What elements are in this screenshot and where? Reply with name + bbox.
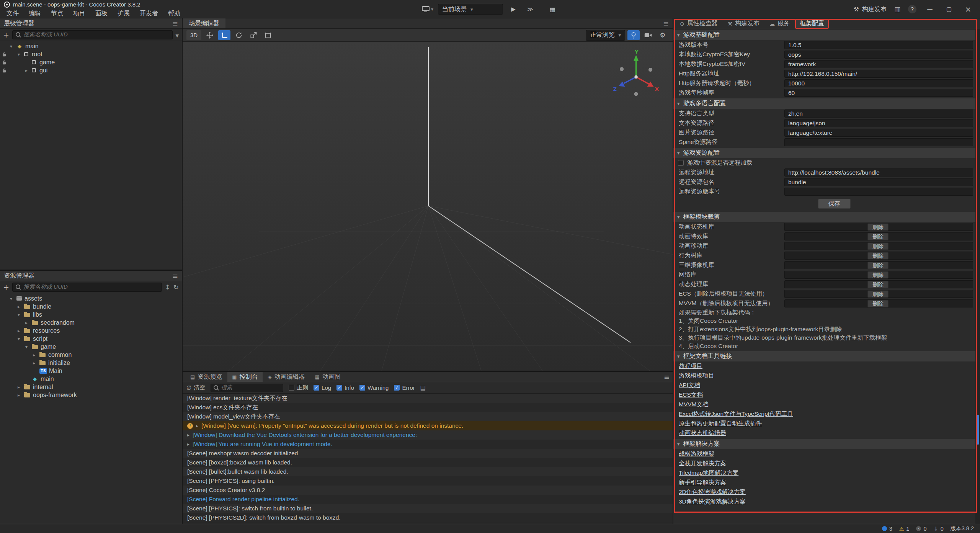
console-search-input[interactable]: 搜索: [211, 384, 283, 392]
tree-item[interactable]: seedrandom: [0, 319, 182, 327]
caret-icon[interactable]: [18, 52, 24, 57]
report-icon[interactable]: [420, 384, 426, 391]
refresh-icon[interactable]: [173, 283, 179, 291]
scrollbar[interactable]: [975, 29, 980, 524]
play-button[interactable]: ▶: [507, 3, 520, 15]
preview-platform-button[interactable]: ▾: [421, 3, 434, 15]
delete-button[interactable]: 删除: [867, 281, 889, 288]
solution-link[interactable]: 新手引导解决方案: [679, 479, 726, 487]
tree-item[interactable]: initialize: [0, 359, 182, 367]
translate-tool-button[interactable]: [218, 30, 230, 40]
text-input[interactable]: [784, 138, 973, 146]
text-input[interactable]: language/texture: [784, 129, 973, 137]
log-row[interactable]: ! ▸ [Scene] meshopt wasm decoder initial…: [183, 449, 673, 458]
close-button[interactable]: [962, 3, 974, 15]
expand-caret-icon[interactable]: ▸: [196, 423, 198, 428]
console-tab[interactable]: 动画编辑器: [263, 372, 310, 382]
log-row[interactable]: ! ▸ [Window] model_view文件夹不存在: [183, 412, 673, 421]
assets-search-input[interactable]: 搜索名称或 UUID: [12, 283, 162, 292]
tree-item[interactable]: oops-framework: [0, 391, 182, 399]
doc-link[interactable]: ECS文档: [679, 391, 703, 399]
light-toggle-button[interactable]: [627, 30, 640, 40]
doc-link[interactable]: Excel格式转Json文件与TypeScript代码工具: [679, 410, 793, 418]
tree-item[interactable]: assets: [0, 294, 182, 302]
solution-link[interactable]: Tiledmap地图解决方案: [679, 469, 738, 477]
solution-link[interactable]: 3D角色扮演游戏解决方案: [679, 498, 746, 506]
tree-item[interactable]: game: [0, 343, 182, 351]
minimize-button[interactable]: [924, 3, 936, 15]
notification-count[interactable]: 0: [934, 526, 944, 532]
console-tab[interactable]: 控制台: [227, 372, 262, 382]
add-node-button[interactable]: [3, 31, 9, 39]
section-header-basic[interactable]: 游戏基础配置: [673, 30, 975, 40]
caret-icon[interactable]: [18, 312, 24, 317]
log-row[interactable]: ! ▸ [Window] [Vue warn]: Property "onInp…: [183, 421, 673, 430]
add-asset-button[interactable]: [3, 283, 9, 291]
log-row[interactable]: ! ▸ [Scene] Forward render pipeline init…: [183, 495, 673, 504]
caret-icon[interactable]: [10, 44, 16, 49]
tree-item[interactable]: common: [0, 351, 182, 359]
console-tab[interactable]: 动画图: [310, 372, 345, 382]
doc-link[interactable]: 原生包热更新配置自动生成插件: [679, 420, 762, 428]
log-row[interactable]: ! ▸ [Scene] [PHYSICS]: switch from built…: [183, 504, 673, 513]
inspector-tab[interactable]: 框架配置: [795, 19, 828, 28]
log-row[interactable]: ! ▸ [Scene] [PHYSICS]: using builtin.: [183, 476, 673, 486]
doc-link[interactable]: 游戏模板项目: [679, 372, 714, 380]
maximize-button[interactable]: [943, 3, 955, 15]
text-input[interactable]: 60: [784, 89, 973, 97]
error-count[interactable]: 0: [916, 526, 926, 532]
log-row[interactable]: ! ▸ [Scene] Cocos Creator v3.8.2: [183, 486, 673, 495]
caret-icon[interactable]: [18, 384, 24, 390]
tree-item[interactable]: root: [0, 50, 182, 58]
caret-icon[interactable]: [33, 352, 39, 358]
tree-item[interactable]: internal: [0, 383, 182, 391]
caret-icon[interactable]: [10, 296, 16, 301]
save-button[interactable]: 保存: [818, 199, 851, 209]
text-input[interactable]: oops: [784, 51, 973, 59]
caret-icon[interactable]: [33, 360, 39, 366]
text-input[interactable]: bundle: [784, 178, 973, 186]
menu-item[interactable]: 节点: [46, 10, 68, 18]
tree-item[interactable]: main: [0, 42, 182, 50]
panel-menu-icon[interactable]: [172, 272, 178, 280]
caret-icon[interactable]: [18, 336, 24, 342]
camera-view-button[interactable]: [642, 30, 654, 40]
tree-item[interactable]: script: [0, 335, 182, 343]
inspector-tab[interactable]: 服务: [765, 19, 794, 28]
panel-menu-icon[interactable]: [664, 373, 670, 381]
log-row[interactable]: ! ▸ [Scene] [box2d]:box2d wasm lib loade…: [183, 458, 673, 467]
menu-item[interactable]: 帮助: [163, 10, 185, 18]
delete-button[interactable]: 删除: [867, 223, 889, 231]
log-row[interactable]: ! ▸ [Scene] [PHYSICS2D]: switch from box…: [183, 513, 673, 522]
scene-viewport[interactable]: Y X Z: [183, 42, 673, 371]
clear-console-button[interactable]: 清空: [186, 384, 205, 391]
log-row[interactable]: ! ▸ [Window] Download the Vue Devtools e…: [183, 430, 673, 440]
menu-item[interactable]: 项目: [68, 10, 90, 18]
console-tab[interactable]: 资源预览: [186, 372, 227, 382]
scene-settings-button[interactable]: ⚙: [657, 30, 669, 40]
log-row[interactable]: ! ▸ [Window] ecs文件夹不存在: [183, 403, 673, 412]
menu-item[interactable]: 扩展: [113, 10, 135, 18]
tree-item[interactable]: Main: [0, 367, 182, 375]
warning-count[interactable]: 1: [899, 526, 910, 532]
build-publish-button[interactable]: 构建发布: [854, 5, 887, 13]
step-button[interactable]: ≫: [524, 3, 537, 15]
caret-icon[interactable]: [25, 344, 32, 350]
caret-icon[interactable]: [18, 304, 24, 309]
tree-item[interactable]: game: [0, 58, 182, 66]
delete-button[interactable]: 删除: [867, 262, 889, 269]
doc-link[interactable]: 教程项目: [679, 362, 702, 370]
delete-button[interactable]: 删除: [867, 300, 889, 307]
text-input[interactable]: language/json: [784, 119, 973, 127]
move-tool-button[interactable]: [204, 30, 216, 40]
section-header-language[interactable]: 游戏多语言配置: [673, 98, 975, 109]
log-row[interactable]: ! ▸ [Window] render_texture文件夹不存在: [183, 394, 673, 403]
log-level-filter[interactable]: Log: [314, 384, 331, 391]
help-icon[interactable]: ?: [908, 5, 916, 13]
text-input[interactable]: 1.0.5: [784, 41, 973, 49]
delete-button[interactable]: 删除: [867, 271, 889, 278]
log-level-filter[interactable]: Info: [336, 384, 354, 391]
caret-icon[interactable]: [18, 328, 24, 334]
delete-button[interactable]: 删除: [867, 290, 889, 298]
log-level-filter[interactable]: Error: [394, 384, 415, 391]
